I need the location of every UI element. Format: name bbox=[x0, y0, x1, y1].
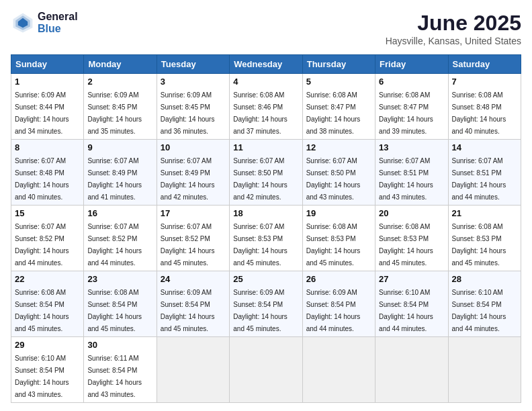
calendar-day-cell: 20 Sunrise: 6:08 AMSunset: 8:53 PMDaylig… bbox=[375, 205, 448, 271]
day-number: 8 bbox=[15, 142, 80, 152]
day-info: Sunrise: 6:09 AMSunset: 8:54 PMDaylight:… bbox=[161, 289, 215, 332]
day-number: 25 bbox=[233, 274, 298, 284]
day-number: 29 bbox=[15, 340, 80, 350]
day-number: 7 bbox=[452, 77, 517, 87]
day-info: Sunrise: 6:08 AMSunset: 8:54 PMDaylight:… bbox=[15, 289, 69, 332]
day-number: 4 bbox=[233, 77, 298, 87]
day-info: Sunrise: 6:07 AMSunset: 8:49 PMDaylight:… bbox=[87, 157, 142, 201]
day-number: 10 bbox=[161, 142, 226, 152]
logo-icon bbox=[11, 11, 35, 35]
calendar-day-cell bbox=[448, 337, 521, 403]
day-number: 23 bbox=[87, 274, 152, 284]
calendar-day-cell: 27 Sunrise: 6:10 AMSunset: 8:54 PMDaylig… bbox=[375, 271, 448, 337]
calendar-day-cell: 22 Sunrise: 6:08 AMSunset: 8:54 PMDaylig… bbox=[11, 271, 84, 337]
calendar-day-cell: 18 Sunrise: 6:07 AMSunset: 8:53 PMDaylig… bbox=[230, 205, 302, 271]
day-info: Sunrise: 6:07 AMSunset: 8:52 PMDaylight:… bbox=[87, 223, 142, 267]
day-info: Sunrise: 6:09 AMSunset: 8:54 PMDaylight:… bbox=[306, 289, 361, 332]
page-header: General Blue June 2025 Haysville, Kansas… bbox=[11, 11, 521, 46]
day-info: Sunrise: 6:08 AMSunset: 8:53 PMDaylight:… bbox=[379, 223, 433, 267]
calendar-day-cell bbox=[230, 337, 302, 403]
calendar-week-row: 29 Sunrise: 6:10 AMSunset: 8:54 PMDaylig… bbox=[11, 337, 521, 403]
day-number: 20 bbox=[379, 208, 444, 218]
day-number: 27 bbox=[379, 274, 444, 284]
day-info: Sunrise: 6:09 AMSunset: 8:44 PMDaylight:… bbox=[15, 91, 69, 135]
calendar-day-cell: 8 Sunrise: 6:07 AMSunset: 8:48 PMDayligh… bbox=[11, 140, 84, 205]
day-number: 18 bbox=[233, 208, 298, 218]
day-of-week-header: Wednesday bbox=[230, 55, 302, 74]
day-number: 9 bbox=[87, 142, 152, 152]
calendar-day-cell: 9 Sunrise: 6:07 AMSunset: 8:49 PMDayligh… bbox=[84, 140, 157, 205]
day-info: Sunrise: 6:10 AMSunset: 8:54 PMDaylight:… bbox=[379, 289, 433, 332]
calendar-day-cell: 21 Sunrise: 6:08 AMSunset: 8:53 PMDaylig… bbox=[448, 205, 521, 271]
month-title: June 2025 bbox=[386, 11, 521, 36]
calendar-day-cell: 5 Sunrise: 6:08 AMSunset: 8:47 PMDayligh… bbox=[302, 74, 375, 140]
day-number: 16 bbox=[87, 208, 152, 218]
day-of-week-header: Monday bbox=[84, 55, 157, 74]
day-of-week-header: Thursday bbox=[302, 55, 375, 74]
logo-text: General Blue bbox=[38, 11, 78, 34]
day-info: Sunrise: 6:09 AMSunset: 8:45 PMDaylight:… bbox=[161, 91, 215, 135]
calendar-day-cell bbox=[302, 337, 375, 403]
day-of-week-header: Friday bbox=[375, 55, 448, 74]
day-info: Sunrise: 6:07 AMSunset: 8:50 PMDaylight:… bbox=[306, 157, 361, 201]
day-number: 30 bbox=[87, 340, 152, 350]
day-info: Sunrise: 6:08 AMSunset: 8:53 PMDaylight:… bbox=[306, 223, 361, 267]
day-number: 3 bbox=[161, 77, 226, 87]
day-of-week-header: Sunday bbox=[11, 55, 84, 74]
calendar-day-cell: 1 Sunrise: 6:09 AMSunset: 8:44 PMDayligh… bbox=[11, 74, 84, 140]
day-info: Sunrise: 6:10 AMSunset: 8:54 PMDaylight:… bbox=[15, 355, 69, 398]
calendar-day-cell: 16 Sunrise: 6:07 AMSunset: 8:52 PMDaylig… bbox=[84, 205, 157, 271]
calendar-day-cell: 13 Sunrise: 6:07 AMSunset: 8:51 PMDaylig… bbox=[375, 140, 448, 205]
day-info: Sunrise: 6:08 AMSunset: 8:47 PMDaylight:… bbox=[379, 91, 433, 135]
calendar-day-cell: 2 Sunrise: 6:09 AMSunset: 8:45 PMDayligh… bbox=[84, 74, 157, 140]
calendar-day-cell: 15 Sunrise: 6:07 AMSunset: 8:52 PMDaylig… bbox=[11, 205, 84, 271]
day-number: 2 bbox=[87, 77, 152, 87]
day-number: 13 bbox=[379, 142, 444, 152]
calendar-day-cell: 14 Sunrise: 6:07 AMSunset: 8:51 PMDaylig… bbox=[448, 140, 521, 205]
logo-blue: Blue bbox=[38, 23, 78, 35]
calendar-day-cell: 23 Sunrise: 6:08 AMSunset: 8:54 PMDaylig… bbox=[84, 271, 157, 337]
calendar-table: SundayMondayTuesdayWednesdayThursdayFrid… bbox=[11, 54, 521, 403]
calendar-day-cell: 17 Sunrise: 6:07 AMSunset: 8:52 PMDaylig… bbox=[157, 205, 229, 271]
location: Haysville, Kansas, United States bbox=[386, 36, 521, 46]
calendar-week-row: 8 Sunrise: 6:07 AMSunset: 8:48 PMDayligh… bbox=[11, 140, 521, 205]
day-number: 19 bbox=[306, 208, 371, 218]
calendar-day-cell: 29 Sunrise: 6:10 AMSunset: 8:54 PMDaylig… bbox=[11, 337, 84, 403]
calendar-day-cell: 3 Sunrise: 6:09 AMSunset: 8:45 PMDayligh… bbox=[157, 74, 229, 140]
day-number: 28 bbox=[452, 274, 517, 284]
calendar-day-cell: 28 Sunrise: 6:10 AMSunset: 8:54 PMDaylig… bbox=[448, 271, 521, 337]
day-number: 6 bbox=[379, 77, 444, 87]
calendar-header-row: SundayMondayTuesdayWednesdayThursdayFrid… bbox=[11, 55, 521, 74]
calendar-day-cell: 6 Sunrise: 6:08 AMSunset: 8:47 PMDayligh… bbox=[375, 74, 448, 140]
day-number: 22 bbox=[15, 274, 80, 284]
calendar-day-cell: 11 Sunrise: 6:07 AMSunset: 8:50 PMDaylig… bbox=[230, 140, 302, 205]
day-number: 12 bbox=[306, 142, 371, 152]
day-info: Sunrise: 6:07 AMSunset: 8:49 PMDaylight:… bbox=[161, 157, 215, 201]
calendar-week-row: 22 Sunrise: 6:08 AMSunset: 8:54 PMDaylig… bbox=[11, 271, 521, 337]
day-number: 17 bbox=[161, 208, 226, 218]
day-number: 5 bbox=[306, 77, 371, 87]
calendar-day-cell: 26 Sunrise: 6:09 AMSunset: 8:54 PMDaylig… bbox=[302, 271, 375, 337]
day-of-week-header: Tuesday bbox=[157, 55, 229, 74]
day-info: Sunrise: 6:07 AMSunset: 8:51 PMDaylight:… bbox=[379, 157, 433, 201]
day-info: Sunrise: 6:08 AMSunset: 8:53 PMDaylight:… bbox=[452, 223, 506, 267]
title-section: June 2025 Haysville, Kansas, United Stat… bbox=[386, 11, 521, 46]
day-info: Sunrise: 6:07 AMSunset: 8:53 PMDaylight:… bbox=[233, 223, 287, 267]
day-number: 26 bbox=[306, 274, 371, 284]
day-number: 14 bbox=[452, 142, 517, 152]
calendar-week-row: 1 Sunrise: 6:09 AMSunset: 8:44 PMDayligh… bbox=[11, 74, 521, 140]
day-info: Sunrise: 6:10 AMSunset: 8:54 PMDaylight:… bbox=[452, 289, 506, 332]
calendar-day-cell: 7 Sunrise: 6:08 AMSunset: 8:48 PMDayligh… bbox=[448, 74, 521, 140]
day-info: Sunrise: 6:08 AMSunset: 8:46 PMDaylight:… bbox=[233, 91, 287, 135]
calendar-day-cell: 10 Sunrise: 6:07 AMSunset: 8:49 PMDaylig… bbox=[157, 140, 229, 205]
day-of-week-header: Saturday bbox=[448, 55, 521, 74]
logo: General Blue bbox=[11, 11, 78, 35]
calendar-day-cell: 25 Sunrise: 6:09 AMSunset: 8:54 PMDaylig… bbox=[230, 271, 302, 337]
day-info: Sunrise: 6:07 AMSunset: 8:51 PMDaylight:… bbox=[452, 157, 506, 201]
day-info: Sunrise: 6:07 AMSunset: 8:52 PMDaylight:… bbox=[161, 223, 215, 267]
calendar-day-cell: 19 Sunrise: 6:08 AMSunset: 8:53 PMDaylig… bbox=[302, 205, 375, 271]
logo-general: General bbox=[38, 11, 78, 23]
day-number: 11 bbox=[233, 142, 298, 152]
day-number: 15 bbox=[15, 208, 80, 218]
day-info: Sunrise: 6:09 AMSunset: 8:54 PMDaylight:… bbox=[233, 289, 287, 332]
